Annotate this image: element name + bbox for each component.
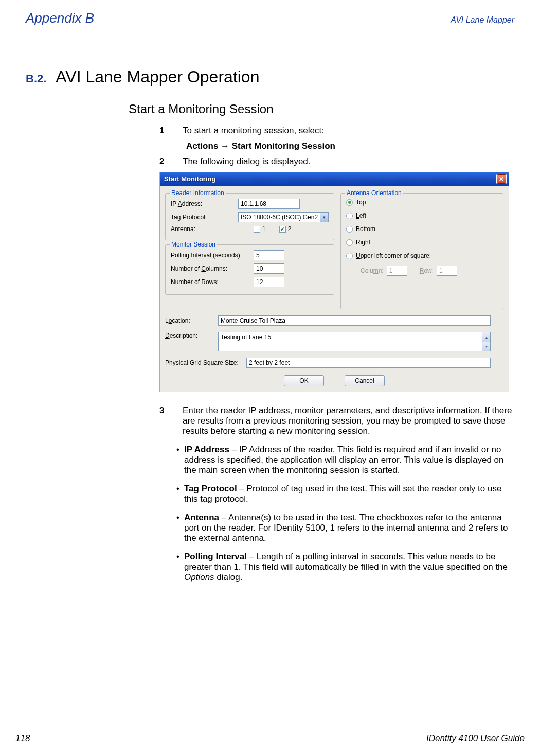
step-1-number: 1 [159, 126, 183, 136]
bullet-ip: • IP Address – IP Address of the reader.… [129, 445, 514, 476]
reader-information-group: Reader Information IP Address: Tag Proto… [165, 193, 334, 240]
polling-interval-label: Polling Interval (seconds): [171, 252, 250, 259]
columns-input[interactable] [254, 263, 284, 274]
bullet-dot-icon: • [172, 513, 184, 543]
section-number: B.2. [26, 72, 46, 85]
section-title: AVI Lane Mapper Operation [56, 67, 259, 86]
orientation-top-label: Top [356, 199, 366, 206]
rows-label: Number of Rows: [171, 278, 250, 286]
step-1-text: To start a monitoring session, select: [183, 126, 514, 136]
guide-title: IDentity 4100 User Guide [426, 733, 525, 744]
orientation-right-label: Right [356, 239, 370, 246]
description-input[interactable]: Testing of Lane 15 ▴▾ [218, 332, 491, 351]
orientation-left-radio[interactable] [346, 213, 353, 219]
textarea-scrollbar[interactable]: ▴▾ [482, 332, 490, 351]
dialog-body: Reader Information IP Address: Tag Proto… [160, 186, 509, 392]
reader-group-legend: Reader Information [170, 189, 226, 197]
antenna-2-label: 2 [288, 225, 292, 233]
tag-protocol-select[interactable]: ▾ [238, 212, 329, 222]
antenna-2-checkbox[interactable] [279, 226, 286, 233]
header-right: AVI Lane Mapper [451, 15, 514, 25]
grid-size-input[interactable] [246, 358, 491, 368]
polling-interval-input[interactable] [254, 250, 284, 260]
antenna-orientation-group: Antenna Orientation Top Left Bottom [340, 193, 503, 309]
bullet-ip-text: IP Address – IP Address of the reader. T… [184, 445, 514, 476]
subsection-title: Start a Monitoring Session [129, 102, 514, 116]
step-1: 1 To start a monitoring session, select: [129, 126, 514, 136]
upper-column-input [387, 266, 407, 276]
description-value: Testing of Lane 15 [221, 333, 271, 341]
content-column: Start a Monitoring Session 1 To start a … [129, 102, 514, 583]
location-input[interactable] [218, 315, 491, 326]
location-label: Location: [165, 317, 214, 324]
orientation-group-legend: Antenna Orientation [345, 189, 403, 197]
bullet-dot-icon: • [172, 445, 184, 476]
page-number: 118 [15, 733, 30, 744]
header-left: Appendix B [26, 10, 94, 26]
tag-protocol-input[interactable] [238, 212, 320, 222]
close-icon[interactable]: ✕ [496, 174, 507, 184]
section-heading: B.2. AVI Lane Mapper Operation [26, 67, 514, 86]
page-footer: 118 IDentity 4100 User Guide [15, 733, 525, 744]
description-label: Description: [165, 332, 214, 339]
scroll-down-icon[interactable]: ▾ [482, 342, 490, 351]
step-3-text: Enter the reader IP address, monitor par… [183, 406, 514, 436]
orientation-top-radio[interactable] [346, 199, 353, 206]
antenna-1-checkbox[interactable] [254, 226, 260, 233]
bullet-tag-text: Tag Protocol – Protocol of tag used in t… [184, 484, 514, 504]
session-group-legend: Monitor Session [170, 241, 217, 248]
antenna-1-label: 1 [262, 225, 266, 233]
orientation-upper-label: Upper left corner of square: [356, 252, 431, 259]
step-2-text: The following dialog is displayed. [183, 156, 514, 167]
step-3: 3 Enter the reader IP address, monitor p… [129, 406, 514, 436]
orientation-left-label: Left [356, 212, 366, 219]
orientation-right-radio[interactable] [346, 239, 353, 246]
bullet-dot-icon: • [172, 484, 184, 504]
upper-row-label: Row: [420, 267, 434, 274]
page-header: Appendix B AVI Lane Mapper [26, 10, 514, 26]
orientation-bottom-label: Bottom [356, 225, 375, 233]
rows-input[interactable] [254, 277, 284, 287]
ip-address-input[interactable] [238, 199, 300, 209]
ip-address-label: IP Address: [171, 200, 235, 207]
orientation-upper-radio[interactable] [346, 253, 353, 259]
upper-row-input [437, 266, 457, 276]
cancel-button[interactable]: Cancel [345, 375, 385, 386]
tag-protocol-label: Tag Protocol: [171, 214, 235, 221]
grid-size-label: Physical Grid Square Size: [165, 359, 242, 366]
step-2: 2 The following dialog is displayed. [129, 156, 514, 167]
columns-label: Number of Columns: [171, 265, 250, 272]
bullet-tag: • Tag Protocol – Protocol of tag used in… [129, 484, 514, 504]
ok-button[interactable]: OK [284, 375, 324, 386]
bullet-antenna-text: Antenna – Antenna(s) to be used in the t… [184, 513, 514, 543]
menu-path: Actions → Start Monitoring Session [186, 141, 514, 151]
bullet-polling: • Polling Interval – Length of a polling… [129, 552, 514, 583]
bullet-polling-text: Polling Interval – Length of a polling i… [184, 552, 514, 583]
chevron-down-icon[interactable]: ▾ [320, 212, 329, 222]
orientation-bottom-radio[interactable] [346, 226, 353, 233]
monitor-session-group: Monitor Session Polling Interval (second… [165, 244, 334, 295]
bullet-list: • IP Address – IP Address of the reader.… [129, 445, 514, 583]
upper-column-label: Column: [361, 267, 384, 274]
antenna-label: Antenna: [171, 225, 235, 233]
dialog-title: Start Monitoring [164, 175, 215, 183]
bullet-dot-icon: • [172, 552, 184, 583]
bullet-antenna: • Antenna – Antenna(s) to be used in the… [129, 513, 514, 543]
step-2-number: 2 [159, 156, 183, 167]
dialog-titlebar[interactable]: Start Monitoring ✕ [160, 172, 509, 186]
step-3-number: 3 [159, 406, 183, 436]
start-monitoring-dialog: Start Monitoring ✕ Reader Information IP… [159, 172, 509, 392]
scroll-up-icon[interactable]: ▴ [482, 332, 490, 342]
